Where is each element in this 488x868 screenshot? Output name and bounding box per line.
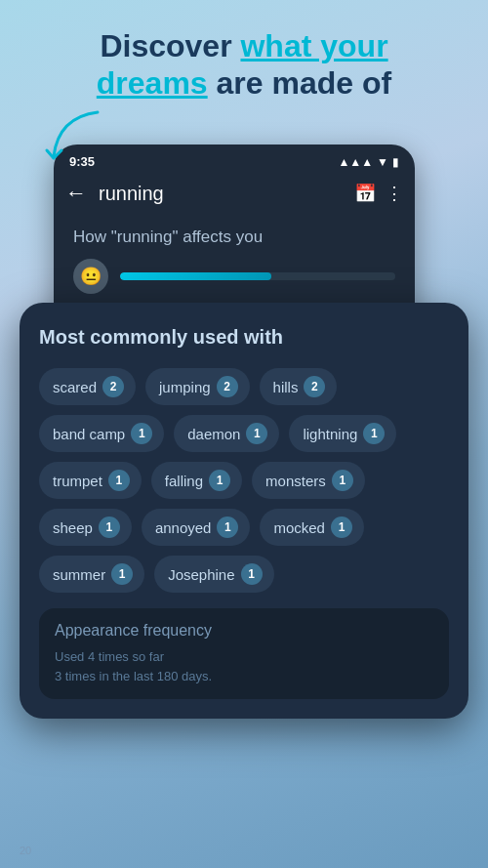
back-icon[interactable]: ←	[65, 181, 87, 206]
tag-label: daemon	[187, 426, 240, 442]
tag-label: sheep	[53, 519, 93, 536]
header-line2: dreams are made of	[29, 64, 459, 102]
header-what-your: what your	[240, 28, 387, 63]
card-title: Most commonly used with	[39, 326, 449, 349]
more-icon[interactable]: ⋮	[386, 183, 403, 204]
header-discover: Discover	[100, 28, 240, 63]
tag-count: 1	[241, 563, 263, 585]
header-dreams: dreams	[97, 65, 208, 101]
calendar-icon[interactable]: 📅	[354, 183, 376, 204]
phone-back-content: How "running" affects you 😐	[54, 212, 415, 310]
tag-item[interactable]: hills2	[260, 368, 338, 405]
tag-label: falling	[165, 473, 203, 489]
tag-count: 1	[108, 470, 130, 491]
appearance-section: Appearance frequency Used 4 times so far…	[39, 608, 449, 699]
tag-count: 1	[99, 517, 120, 538]
tag-item[interactable]: annoyed1	[142, 509, 251, 546]
header-line1: Discover what your	[29, 27, 459, 64]
battery-icon: ▮	[392, 155, 399, 169]
tag-label: lightning	[303, 426, 357, 442]
header-section: Discover what your dreams are made of	[29, 27, 459, 103]
decorative-arrow	[39, 107, 117, 176]
tag-count: 2	[102, 376, 124, 397]
status-icons: ▲▲▲ ▼ ▮	[338, 155, 399, 169]
tag-item[interactable]: falling1	[151, 462, 242, 499]
page-number: 20	[20, 845, 31, 856]
tag-count: 2	[304, 376, 325, 397]
tag-item[interactable]: Josephine1	[154, 556, 273, 593]
tag-label: jumping	[159, 379, 211, 395]
tag-label: band camp	[53, 426, 125, 442]
emotion-bar-container	[120, 272, 395, 280]
toolbar-action-icons: 📅 ⋮	[354, 183, 403, 204]
tag-label: hills	[273, 379, 299, 395]
tag-label: mocked	[273, 519, 325, 536]
appearance-line2: 3 times in the last 180 days.	[55, 669, 212, 683]
tag-item[interactable]: trumpet1	[39, 462, 142, 499]
tag-count: 1	[131, 423, 152, 444]
signal-icon: ▲▲▲	[338, 155, 373, 169]
toolbar-title: running	[99, 183, 343, 205]
header-are-made-of: are made of	[208, 65, 392, 101]
tag-item[interactable]: sheep1	[39, 509, 132, 546]
tag-item[interactable]: scared2	[39, 368, 136, 405]
tags-container: scared2jumping2hills2band camp1daemon1li…	[39, 368, 449, 593]
wifi-icon: ▼	[377, 155, 388, 169]
tag-count: 1	[331, 517, 352, 538]
tag-count: 1	[332, 470, 353, 491]
emotion-row: 😐	[73, 259, 395, 294]
tag-label: trumpet	[53, 473, 102, 489]
tag-label: monsters	[265, 473, 326, 489]
tag-item[interactable]: daemon1	[174, 415, 279, 452]
tag-item[interactable]: lightning1	[289, 415, 396, 452]
tag-item[interactable]: band camp1	[39, 415, 164, 452]
tag-item[interactable]: mocked1	[260, 509, 364, 546]
tag-count: 1	[111, 563, 133, 585]
tag-count: 1	[217, 517, 238, 538]
tag-label: summer	[53, 566, 105, 583]
tag-count: 1	[246, 423, 267, 444]
affects-text: How "running" affects you	[73, 227, 395, 247]
tag-count: 2	[217, 376, 238, 397]
tag-item[interactable]: jumping2	[145, 368, 250, 405]
tag-item[interactable]: summer1	[39, 556, 144, 593]
toolbar: ← running 📅 ⋮	[54, 175, 415, 212]
tag-label: scared	[53, 379, 97, 395]
tag-count: 1	[363, 423, 385, 444]
appearance-title: Appearance frequency	[55, 622, 433, 640]
tag-label: Josephine	[168, 566, 234, 583]
emotion-face-icon: 😐	[73, 259, 108, 294]
emotion-bar	[120, 272, 271, 280]
main-card: Most commonly used with scared2jumping2h…	[20, 303, 468, 719]
appearance-line1: Used 4 times so far	[55, 649, 164, 664]
tag-item[interactable]: monsters1	[252, 462, 365, 499]
appearance-text: Used 4 times so far 3 times in the last …	[55, 647, 433, 685]
tag-count: 1	[209, 470, 230, 491]
tag-label: annoyed	[155, 519, 212, 536]
